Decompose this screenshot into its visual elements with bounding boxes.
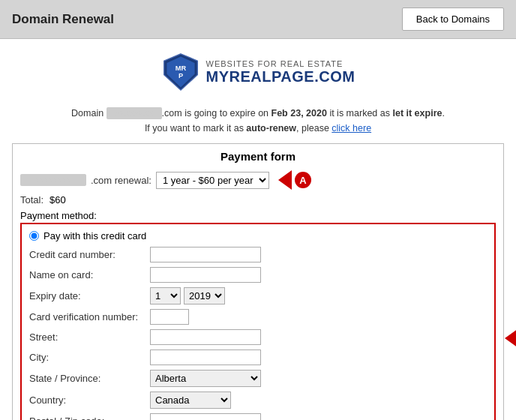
renewal-row: xxxxxxxx .com renewal: 1 year - $60 per … xyxy=(13,167,503,193)
payment-form-container: Payment form xxxxxxxx .com renewal: 1 ye… xyxy=(12,143,504,420)
click-here-link[interactable]: click here xyxy=(332,123,371,134)
page-title: Domain Renewal xyxy=(12,12,114,27)
annotation-a-label: A xyxy=(295,172,311,188)
cvn-label: Card verification number: xyxy=(29,311,146,322)
postal-input[interactable] xyxy=(150,413,261,420)
expiry-date-label: Expiry date: xyxy=(29,290,146,302)
country-row: Country: Canada United States xyxy=(29,389,487,411)
logo-tagline: WEBSITES FOR REAL ESTATE xyxy=(206,59,356,68)
state-label: State / Province: xyxy=(29,373,146,384)
page-header: Domain Renewal Back to Domains xyxy=(0,0,516,39)
renewal-label: .com renewal: xyxy=(91,175,152,186)
expiry-date-row: Expiry date: 1234 5678 9101112 201920202… xyxy=(29,285,487,307)
cc-number-label: Credit card number: xyxy=(29,249,146,260)
name-on-card-input[interactable] xyxy=(150,267,261,283)
total-label: Total: xyxy=(20,194,44,206)
expiry-month-select[interactable]: 1234 5678 9101112 xyxy=(150,287,181,304)
street-label: Street: xyxy=(29,332,146,343)
city-label: City: xyxy=(29,352,146,363)
cvn-input[interactable] xyxy=(150,309,189,325)
postal-label: Postal / Zip code: xyxy=(29,416,146,420)
pay-with-cc-label: Pay with this credit card xyxy=(44,230,146,242)
city-input[interactable] xyxy=(150,350,261,365)
total-value: $60 xyxy=(50,194,66,206)
domain-name-redacted: xxxxxxxx xyxy=(106,107,162,119)
logo-icon: MR P xyxy=(161,52,200,92)
expire-action: let it expire xyxy=(392,108,442,118)
expiry-date: Feb 23, 2020 xyxy=(272,108,327,118)
total-row: Total: $60 xyxy=(13,193,503,207)
cc-number-input[interactable] xyxy=(150,247,261,262)
svg-text:P: P xyxy=(178,72,182,80)
state-row: State / Province: Alberta British Columb… xyxy=(29,368,487,389)
expiry-year-select[interactable]: 201920202021 2022202320242025 xyxy=(184,287,225,304)
svg-text:MR: MR xyxy=(175,64,186,72)
pay-with-cc-radio[interactable] xyxy=(29,231,39,241)
street-row: Street: xyxy=(29,327,487,347)
state-select[interactable]: Alberta British Columbia Ontario Quebec … xyxy=(150,370,261,387)
pay-with-cc-row: Pay with this credit card xyxy=(29,229,487,244)
renewal-period-select[interactable]: 1 year - $60 per year xyxy=(156,172,269,189)
domain-info-text: Domain xxxxxxxx.com is going to expire o… xyxy=(0,106,516,136)
domain-name-renewal-redacted: xxxxxxxx xyxy=(20,174,86,186)
street-input[interactable] xyxy=(150,329,261,345)
logo-area: MR P WEBSITES FOR REAL ESTATE MYREALPAGE… xyxy=(0,39,516,101)
country-select[interactable]: Canada United States xyxy=(150,392,231,409)
postal-row: Postal / Zip code: xyxy=(29,411,487,420)
payment-details-box: Pay with this credit card Credit card nu… xyxy=(20,223,496,420)
back-to-domains-button[interactable]: Back to Domains xyxy=(402,8,504,31)
payment-method-row: Payment method: xyxy=(13,207,503,223)
country-label: Country: xyxy=(29,394,146,406)
name-on-card-label: Name on card: xyxy=(29,269,146,280)
logo-domain-name: MYREALPAGE.COM xyxy=(206,68,356,85)
cvn-row: Card verification number: xyxy=(29,307,487,327)
form-title: Payment form xyxy=(13,144,503,167)
city-row: City: xyxy=(29,347,487,368)
name-on-card-row: Name on card: xyxy=(29,265,487,285)
arrow-a-annotation: A xyxy=(278,170,311,190)
arrow-b-annotation: B xyxy=(505,328,516,348)
cc-number-row: Credit card number: xyxy=(29,244,487,265)
payment-method-label: Payment method: xyxy=(20,210,97,221)
